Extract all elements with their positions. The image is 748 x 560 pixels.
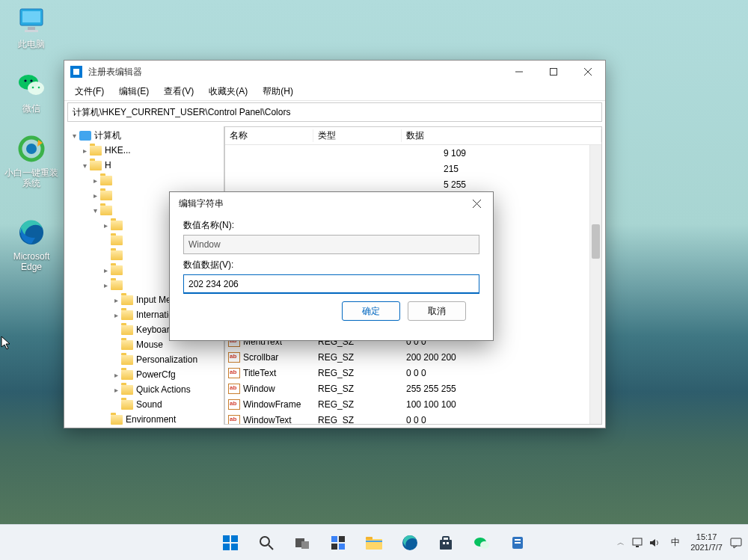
taskbar[interactable]: ︿ 中 15:17 2021/7/7 xyxy=(0,524,748,560)
col-type[interactable]: 类型 xyxy=(313,129,402,142)
tree-node[interactable]: ▸HKE... xyxy=(69,143,224,158)
app-button[interactable] xyxy=(503,528,533,558)
reg-string-icon xyxy=(228,384,240,394)
collapse-icon[interactable]: ▾ xyxy=(90,206,100,215)
folder-icon xyxy=(111,265,123,275)
clock[interactable]: 15:17 2021/7/7 xyxy=(690,532,723,552)
desktop-label: 小白一键重装系统 xyxy=(3,167,60,189)
notification-icon[interactable] xyxy=(730,537,744,549)
table-row[interactable]: WindowREG_SZ255 255 255 xyxy=(225,381,601,396)
svg-rect-29 xyxy=(331,544,337,550)
desktop-label: 此电脑 xyxy=(3,39,60,49)
svg-rect-1 xyxy=(22,11,40,22)
minimize-button[interactable] xyxy=(502,61,536,83)
svg-rect-30 xyxy=(339,544,345,550)
folder-icon xyxy=(121,370,133,380)
svg-rect-46 xyxy=(731,538,741,546)
ime-indicator[interactable]: 中 xyxy=(668,535,683,550)
col-data[interactable]: 数据 xyxy=(402,129,601,142)
svg-rect-44 xyxy=(633,538,642,545)
refresh-icon xyxy=(16,133,47,164)
explorer-button[interactable] xyxy=(359,528,389,558)
svg-rect-20 xyxy=(231,535,238,542)
edit-string-dialog: 编辑字符串 数值名称(N): 数值数据(V): 确定 取消 xyxy=(169,191,494,341)
folder-icon xyxy=(100,191,112,200)
desktop-icon-xiaobai[interactable]: 小白一键重装系统 xyxy=(3,133,60,189)
tree-node[interactable]: ▾H xyxy=(69,158,224,173)
reg-string-icon xyxy=(228,399,240,410)
collapse-icon[interactable]: ▾ xyxy=(69,132,79,140)
desktop-icon-this-pc[interactable]: 此电脑 xyxy=(3,4,60,49)
scrollbar-thumb[interactable] xyxy=(592,224,600,259)
menu-help[interactable]: 帮助(H) xyxy=(255,83,301,100)
tree-node[interactable]: ▸ xyxy=(69,173,224,188)
menu-edit[interactable]: 编辑(E) xyxy=(111,83,156,100)
desktop-icon-edge[interactable]: Microsoft Edge xyxy=(3,217,60,273)
taskview-button[interactable] xyxy=(287,528,317,558)
store-button[interactable] xyxy=(431,528,461,558)
search-button[interactable] xyxy=(251,528,281,558)
folder-icon xyxy=(111,221,123,230)
svg-rect-45 xyxy=(636,546,639,547)
regedit-window: 注册表编辑器 文件(F) 编辑(E) 查看(V) 收藏夹(A) 帮助(H) 计算… xyxy=(64,60,606,428)
folder-icon xyxy=(121,400,133,410)
svg-point-8 xyxy=(32,87,34,89)
collapse-icon[interactable]: ▾ xyxy=(79,161,90,170)
close-button[interactable] xyxy=(571,61,605,83)
widgets-button[interactable] xyxy=(323,528,353,558)
svg-rect-28 xyxy=(339,536,345,542)
tree-node[interactable]: ▸Quick Actions xyxy=(69,382,224,397)
maximize-button[interactable] xyxy=(536,61,571,83)
svg-rect-42 xyxy=(515,539,521,541)
tree-root[interactable]: ▾ 计算机 xyxy=(69,128,224,143)
value-name-field[interactable] xyxy=(183,235,479,254)
svg-rect-26 xyxy=(301,541,309,549)
tree-node[interactable]: Environment xyxy=(69,412,224,425)
wechat-icon xyxy=(16,69,47,100)
table-row[interactable]: WindowFrameREG_SZ100 100 100 xyxy=(225,396,601,412)
table-row[interactable]: ScrollbarREG_SZ200 200 200 xyxy=(225,349,601,365)
dialog-close-button[interactable] xyxy=(463,194,490,213)
time: 15:17 xyxy=(690,532,723,542)
svg-point-5 xyxy=(28,81,44,95)
ok-button[interactable]: 确定 xyxy=(342,301,400,321)
reg-string-icon xyxy=(228,352,240,363)
titlebar[interactable]: 注册表编辑器 xyxy=(64,61,605,83)
dialog-titlebar[interactable]: 编辑字符串 xyxy=(170,192,493,215)
computer-icon xyxy=(79,131,91,141)
start-button[interactable] xyxy=(215,528,245,558)
cancel-button[interactable]: 取消 xyxy=(408,301,466,321)
tree-node[interactable]: Sound xyxy=(69,397,224,412)
table-row[interactable]: 5 255 xyxy=(225,176,601,192)
address-bar[interactable]: 计算机\HKEY_CURRENT_USER\Control Panel\Colo… xyxy=(67,102,602,122)
table-row[interactable]: 9 109 xyxy=(225,145,601,161)
folder-icon xyxy=(121,325,133,335)
svg-rect-2 xyxy=(28,27,35,30)
value-data-field[interactable] xyxy=(183,274,479,294)
svg-rect-21 xyxy=(223,544,230,550)
scrollbar[interactable] xyxy=(589,145,601,424)
table-row[interactable]: TitleTextREG_SZ0 0 0 xyxy=(225,365,601,381)
tray-chevron-icon[interactable]: ︿ xyxy=(617,538,625,548)
list-header[interactable]: 名称 类型 数据 xyxy=(225,127,601,145)
svg-line-24 xyxy=(269,545,273,550)
folder-icon xyxy=(111,415,123,425)
reg-string-icon xyxy=(228,368,240,378)
folder-icon xyxy=(111,280,123,290)
col-name[interactable]: 名称 xyxy=(225,129,313,142)
wechat-taskbar-button[interactable] xyxy=(467,528,497,558)
edge-taskbar-button[interactable] xyxy=(395,528,425,558)
menu-view[interactable]: 查看(V) xyxy=(156,83,201,100)
tree-node[interactable]: Personalization xyxy=(69,352,224,367)
desktop-icon-wechat[interactable]: 微信 xyxy=(3,69,60,114)
tree-node[interactable]: ▸PowerCfg xyxy=(69,367,224,382)
date: 2021/7/7 xyxy=(690,543,723,553)
table-row[interactable]: WindowTextREG_SZ0 0 0 xyxy=(225,412,601,425)
menu-file[interactable]: 文件(F) xyxy=(67,83,111,100)
svg-point-9 xyxy=(38,87,40,89)
network-icon[interactable] xyxy=(632,538,644,548)
table-row[interactable]: 215 xyxy=(225,161,601,176)
svg-point-7 xyxy=(30,79,32,81)
menu-fav[interactable]: 收藏夹(A) xyxy=(201,83,255,100)
volume-icon[interactable] xyxy=(649,538,660,548)
